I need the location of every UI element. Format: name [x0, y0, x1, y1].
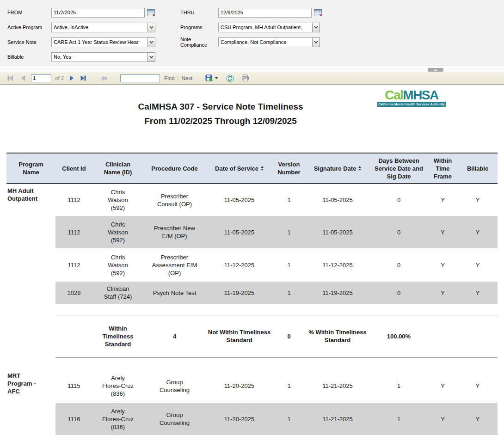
- not-within-standard-label: Not Within Timeliness Standard: [206, 315, 273, 357]
- programs-label: Programs: [180, 25, 218, 30]
- calendar-icon: [147, 9, 155, 17]
- logo-text-mhsa: MHSA: [403, 88, 438, 102]
- programs-select[interactable]: CSU Program, MH Adult Outpatient,: [218, 23, 320, 32]
- param-row-note-compliance: Note Compliance Compliance, Not Complian…: [180, 37, 347, 47]
- sort-icon[interactable]: [261, 166, 264, 171]
- header-procedure-code: Procedure Code: [143, 153, 206, 184]
- within-standard-value: 4: [143, 315, 206, 357]
- param-row-from: FROM: [7, 7, 174, 18]
- service-note-label: Service Note: [7, 39, 51, 45]
- billable-dropdown-button[interactable]: [148, 52, 155, 62]
- note-compliance-label: Note Compliance: [180, 37, 218, 48]
- last-page-icon: [80, 75, 86, 81]
- header-clinician-name: Clinician Name (ID): [92, 153, 143, 184]
- programs-value: CSU Program, MH Adult Outpatient,: [218, 23, 312, 32]
- print-button[interactable]: [240, 74, 250, 83]
- logo-tagline: California Mental Health Services Author…: [377, 102, 446, 107]
- table-row: MH Adult Outpatient 1112 Chris Watson (5…: [6, 184, 498, 216]
- header-version-number: Version Number: [273, 153, 305, 184]
- from-label: FROM: [7, 10, 51, 15]
- find-next-separator: |: [178, 75, 179, 81]
- service-note-timeliness-table: Program Name Client Id Clinician Name (I…: [6, 153, 498, 435]
- refresh-button[interactable]: [225, 74, 235, 83]
- billable-select[interactable]: No, Yes: [51, 52, 155, 62]
- export-button[interactable]: [204, 74, 219, 83]
- active-program-select[interactable]: Active, InActive: [51, 23, 155, 32]
- spacer-row: [6, 357, 498, 369]
- chevron-down-icon: [149, 55, 154, 59]
- calendar-icon: [314, 9, 322, 17]
- spacer-row: [6, 304, 498, 315]
- param-row-billable: Billable No, Yes: [7, 52, 174, 62]
- from-date-input[interactable]: [51, 8, 145, 18]
- service-note-value: CARE Act 1 Year Status Review Hear: [51, 37, 148, 47]
- chevron-down-icon: [313, 40, 319, 44]
- pct-within-standard-label: % Within Timeliness Standard: [305, 315, 370, 357]
- collapse-parameters-handle[interactable]: [428, 68, 443, 72]
- service-note-dropdown-button[interactable]: [148, 37, 155, 47]
- first-page-button[interactable]: [6, 74, 14, 82]
- note-compliance-dropdown-button[interactable]: [312, 37, 320, 47]
- calmhsa-logo: CalMHSA California Mental Health Service…: [377, 89, 446, 107]
- find-button[interactable]: Find: [164, 75, 174, 81]
- sort-icon[interactable]: [358, 166, 361, 171]
- first-page-icon: [7, 75, 13, 81]
- header-date-of-service[interactable]: Date of Service: [206, 153, 273, 184]
- thru-label: THRU: [180, 10, 218, 15]
- thru-calendar-button[interactable]: [314, 9, 322, 17]
- header-program-name: Program Name: [6, 153, 55, 184]
- logo-text-cal: Cal: [385, 88, 403, 102]
- billable-label: Billable: [7, 54, 51, 60]
- header-within-time-frame: Within Time Frame: [428, 153, 458, 184]
- table-row: 1028 Clinician Staff (724) Psych Note Te…: [6, 282, 498, 304]
- table-row: MRT Program - AFC 1115 Arely Flores-Cruz…: [6, 369, 498, 403]
- previous-page-button[interactable]: [20, 74, 26, 82]
- note-compliance-select[interactable]: Compliance, Not Compliance: [218, 37, 320, 47]
- next-page-icon: [69, 75, 74, 81]
- param-row-service-note: Service Note CARE Act 1 Year Status Revi…: [7, 37, 174, 47]
- table-row: 1112 Chris Watson (592) Prescriber New E…: [6, 216, 498, 248]
- printer-icon: [241, 74, 249, 82]
- param-row-thru: THRU: [180, 7, 347, 18]
- service-note-select[interactable]: CARE Act 1 Year Status Review Hear: [51, 37, 155, 47]
- find-next-button[interactable]: Next: [182, 75, 193, 81]
- note-compliance-value: Compliance, Not Compliance: [218, 37, 312, 47]
- report-title: CalMHSA 307 - Service Note Timeliness Fr…: [6, 99, 435, 128]
- last-page-button[interactable]: [79, 74, 87, 82]
- from-calendar-button[interactable]: [147, 9, 155, 17]
- current-page-input[interactable]: [31, 74, 51, 82]
- header-signature-date[interactable]: Signature Date: [305, 153, 370, 184]
- billable-value: No, Yes: [51, 52, 148, 62]
- within-standard-label: Within Timeliness Standard: [92, 315, 143, 357]
- previous-page-icon: [21, 75, 25, 81]
- group-summary-row: Within Timeliness Standard 4 Not Within …: [6, 315, 498, 357]
- report-toolbar: of 2 Find | Next: [0, 72, 504, 85]
- param-row-active-program: Active Program Active, InActive: [7, 22, 174, 32]
- report-title-line1: CalMHSA 307 - Service Note Timeliness: [6, 99, 435, 114]
- report-title-line2: From 11/02/2025 Through 12/09/2025: [6, 114, 435, 128]
- next-page-button[interactable]: [68, 74, 75, 82]
- programs-dropdown-button[interactable]: [312, 23, 320, 32]
- active-program-value: Active, InActive: [51, 23, 148, 32]
- header-days-between: Days Between Service Date and Sig Date: [370, 153, 428, 184]
- export-save-icon: [205, 74, 213, 82]
- chevron-down-icon: [149, 40, 154, 44]
- report-viewport: CalMHSA 307 - Service Note Timeliness Fr…: [0, 85, 504, 436]
- table-header-row: Program Name Client Id Clinician Name (I…: [6, 153, 498, 184]
- export-dropdown-caret-icon: [215, 77, 218, 79]
- active-program-dropdown-button[interactable]: [148, 23, 155, 32]
- back-arrow-icon: [101, 76, 107, 81]
- not-within-standard-value: 0: [273, 315, 305, 357]
- table-row: 1112 Chris Watson (592) Prescriber Asses…: [6, 248, 498, 282]
- thru-date-input[interactable]: [218, 8, 312, 18]
- chevron-down-icon: [149, 25, 154, 30]
- pct-within-standard-value: 100.00%: [370, 315, 428, 357]
- header-client-id: Client Id: [55, 153, 92, 184]
- page-count-label: of 2: [55, 75, 64, 81]
- refresh-icon: [226, 74, 234, 82]
- active-program-label: Active Program: [7, 25, 51, 30]
- table-row: 1116 Arely Flores-Cruz (836) Group Couns…: [6, 403, 498, 435]
- header-billable: Billable: [458, 153, 498, 184]
- back-to-parent-button[interactable]: [100, 75, 108, 82]
- find-text-input[interactable]: [120, 74, 160, 82]
